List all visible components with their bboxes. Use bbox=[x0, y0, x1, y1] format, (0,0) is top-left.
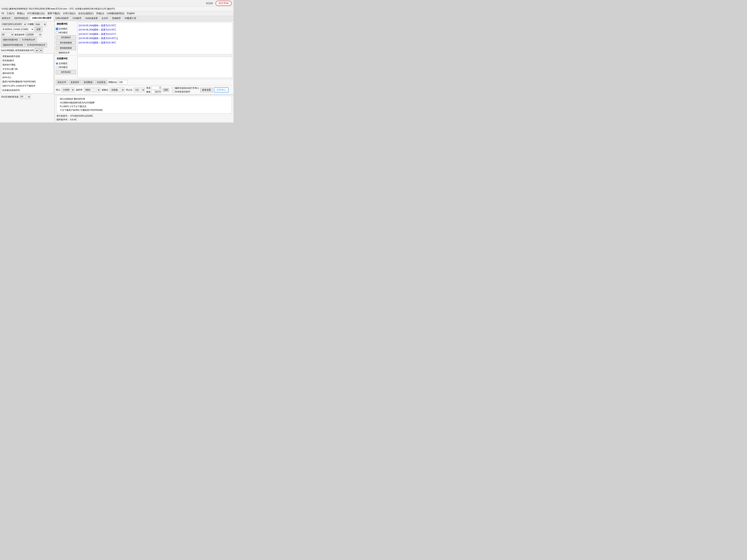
prog-auto-open-checkbox[interactable] bbox=[172, 87, 174, 89]
option-item-6: 作P4.5口 bbox=[2, 76, 53, 80]
copy-recv-button[interactable]: 复制接收数据 bbox=[56, 46, 76, 50]
port-select[interactable]: COM5 bbox=[62, 88, 74, 92]
tab-usb-serial[interactable]: USB-CDC/串口助手 bbox=[30, 16, 54, 21]
recv-line-1: [10:04:05.264]接收←温度为23.55℃ bbox=[79, 23, 231, 28]
clear-code-button[interactable]: 清除代码缓冲区 bbox=[1, 37, 20, 42]
info-line-2: · ALE脚的功能选择仍然为ALE功能脚 bbox=[58, 101, 230, 104]
fill-value-select[interactable]: FF bbox=[20, 95, 31, 99]
send-display[interactable] bbox=[77, 57, 232, 78]
firmware-value: 6.6.4C bbox=[70, 118, 77, 121]
info-line-1: · MCU内部的扩展RAM可用 bbox=[58, 97, 230, 101]
recv-count-label: 接收 bbox=[146, 90, 151, 94]
send-section: 发送缓冲区 文本模式 HEX模式 清空发送区 bbox=[55, 56, 233, 79]
tab-examples[interactable]: 范例程序 bbox=[110, 16, 123, 21]
save-draft-button[interactable]: 保存草稿 bbox=[215, 1, 232, 6]
baud-rate-select[interactable]: 9600 bbox=[84, 88, 100, 92]
menu-bar: O) 工具(T) 界面(L) STC调试接口(G) 资料下载(D) 大学计划(U… bbox=[0, 11, 233, 16]
recv-text-mode-label: 文本模式 bbox=[59, 27, 68, 30]
top-bar: 5/100 保存草稿 bbox=[0, 0, 233, 6]
recv-display[interactable]: [10:04:05.264]接收←温度为23.55℃ [10:04:06.304… bbox=[77, 22, 232, 54]
info-text-4: 下次下载用户程序时,不擦除用户EEPROM区 bbox=[60, 108, 103, 112]
right-panel: 接收缓冲区 文本模式 HEX模式 清空接收区 保存接收数据 复制接收数据 接收到… bbox=[55, 21, 233, 123]
maxbaud-select[interactable]: 115200 bbox=[25, 32, 42, 37]
options-list: 需要修改硬件选项 双倍速)模式 器的放大增益 才可停止看门狗 展RAM可用 作P… bbox=[1, 53, 53, 94]
clear-zero-button[interactable]: 清零 bbox=[163, 88, 169, 92]
chip-model-row: 单片机型号： STC89C52RC/LE52RC bbox=[56, 114, 232, 118]
port-label: 串口 bbox=[56, 88, 60, 91]
menu-item-upgrade[interactable]: 升级(U) bbox=[96, 12, 104, 15]
tab-prog-file[interactable]: 程序文件 bbox=[0, 16, 12, 21]
tab-io-config[interactable]: I/O配置工具 bbox=[123, 16, 138, 21]
action-row-2: 清除EEPROM缓冲区 打开EEPROM文件 bbox=[1, 43, 53, 47]
send-hex-mode-row: HEX模式 bbox=[56, 66, 76, 69]
recv-section: 接收缓冲区 文本模式 HEX模式 清空接收区 保存接收数据 复制接收数据 接收到… bbox=[55, 21, 233, 56]
save-recv-button[interactable]: 保存接收数据 bbox=[56, 41, 76, 45]
pin-select[interactable]: Auto bbox=[35, 22, 47, 26]
maxbaud-label: 最高波特率 bbox=[15, 33, 25, 36]
send-cr-button[interactable]: 发送回车 bbox=[69, 80, 81, 84]
nav-right-btn[interactable]: ► bbox=[39, 48, 43, 53]
menu-item-ui[interactable]: 界面(L) bbox=[17, 12, 25, 15]
recv-text-mode-checkbox[interactable] bbox=[56, 28, 58, 30]
settings-button[interactable]: 设置 bbox=[35, 27, 42, 31]
option-item-2: 双倍速)模式 bbox=[2, 58, 53, 63]
menu-item-download[interactable]: 资料下载(D) bbox=[47, 12, 60, 15]
send-data-button[interactable]: 发送数据 bbox=[82, 80, 94, 84]
recv-hex-mode-row: HEX模式 bbox=[56, 31, 76, 34]
menu-item-tools[interactable]: 工具(T) bbox=[6, 12, 15, 15]
auto-send-end-checkbox[interactable] bbox=[172, 90, 174, 93]
firmware-row: 固件版本号： 6.6.4C bbox=[56, 118, 232, 122]
info-line-3: · P1.0和P1.1与下次下载无关 bbox=[58, 105, 230, 108]
check-select[interactable]: 无校验 bbox=[110, 88, 124, 92]
send-textarea[interactable] bbox=[78, 58, 231, 77]
com-row: B-SERIAL CH340 (COM5) 设置 bbox=[1, 27, 53, 31]
clear-eeprom-button[interactable]: 清除EEPROM缓冲区 bbox=[1, 43, 25, 47]
more-settings-button[interactable]: 更多设置 bbox=[201, 88, 212, 92]
prog-auto-open-row: 编程完成后自动打开串口 bbox=[172, 87, 199, 90]
menu-item-forum[interactable]: 去论坛/选型(F) bbox=[78, 12, 94, 15]
open-port-button[interactable]: 关闭串口 bbox=[214, 87, 229, 92]
auto-send-button[interactable]: 自动发送 bbox=[95, 80, 107, 84]
send-text-mode-radio[interactable] bbox=[56, 62, 58, 65]
menu-item-usb-driver[interactable]: USB驱动程序(D) bbox=[107, 12, 124, 15]
recv-text-mode-row: 文本模式 bbox=[56, 27, 76, 30]
nav-left-btn[interactable]: ◄ bbox=[35, 48, 38, 53]
menu-item-stc-debug[interactable]: STC调试接口(G) bbox=[27, 12, 45, 15]
tab-usb-hid[interactable]: USB-HID助手 bbox=[54, 16, 71, 21]
send-file-button[interactable]: 发送文件 bbox=[56, 80, 68, 84]
recv-hex-mode-checkbox[interactable] bbox=[56, 31, 58, 34]
menu-item-o[interactable]: O) bbox=[1, 12, 4, 15]
open-prog-button[interactable]: 打开程序文件 bbox=[20, 37, 37, 42]
link-row: link1/U8W脱机, 程序加密后传输 ID号 ◄ ► bbox=[1, 48, 53, 53]
period-input[interactable] bbox=[118, 80, 127, 84]
stop-label: 停止位 bbox=[126, 88, 132, 91]
panels-row: C89C52RC/LE52RC 引脚数 Auto B-SERIAL CH340 … bbox=[0, 21, 233, 123]
tab-keil[interactable]: Keil仿真设置 bbox=[83, 16, 100, 21]
tab-header[interactable]: 头文件 bbox=[100, 16, 110, 21]
menu-item-university[interactable]: 大学计划(U) bbox=[63, 12, 76, 15]
send-recv-count: 发送 接收 bbox=[146, 86, 161, 94]
recv-to-file-checkbox[interactable] bbox=[56, 52, 58, 54]
chip-select[interactable]: C89C52RC/LE52RC bbox=[1, 22, 27, 26]
link-label: link1/U8W脱机, 程序加密后传输 ID号 bbox=[1, 49, 34, 52]
stop-select[interactable]: 1位 bbox=[134, 88, 145, 92]
com-port-select[interactable]: B-SERIAL CH340 (COM5) bbox=[1, 27, 34, 31]
tab-eeprom-file[interactable]: EEPROM文件 bbox=[12, 16, 30, 21]
clear-send-button[interactable]: 清空发送区 bbox=[56, 70, 76, 74]
menu-item-english[interactable]: English bbox=[127, 12, 135, 15]
clear-recv-button[interactable]: 清空接收区 bbox=[56, 35, 76, 39]
tab-can[interactable]: CAN助手 bbox=[71, 16, 83, 21]
info-section: · MCU内部的扩展RAM可用 · ALE脚的功能选择仍然为ALE功能脚 · P… bbox=[55, 95, 233, 123]
recv-count-input bbox=[151, 90, 161, 94]
option-item-5: 展RAM可用 bbox=[2, 71, 53, 76]
recv-to-file-row: 接收到文件 bbox=[56, 51, 76, 54]
open-eeprom-button[interactable]: 打开EEPROM文件 bbox=[26, 43, 47, 47]
baud-rate-label: 波特率 bbox=[76, 88, 82, 91]
info-text-3: P1.0和P1.1与下次下载无关 bbox=[60, 105, 86, 108]
tab-bar: 程序文件 EEPROM文件 USB-CDC/串口助手 USB-HID助手 CAN… bbox=[0, 16, 233, 21]
send-title: 发送缓冲区 bbox=[56, 57, 76, 60]
baud-select[interactable]: 00 bbox=[1, 32, 14, 37]
option-item-3: 器的放大增益 bbox=[2, 63, 53, 67]
send-text-mode-label: 文本模式 bbox=[59, 62, 68, 65]
send-hex-mode-radio[interactable] bbox=[56, 66, 58, 69]
